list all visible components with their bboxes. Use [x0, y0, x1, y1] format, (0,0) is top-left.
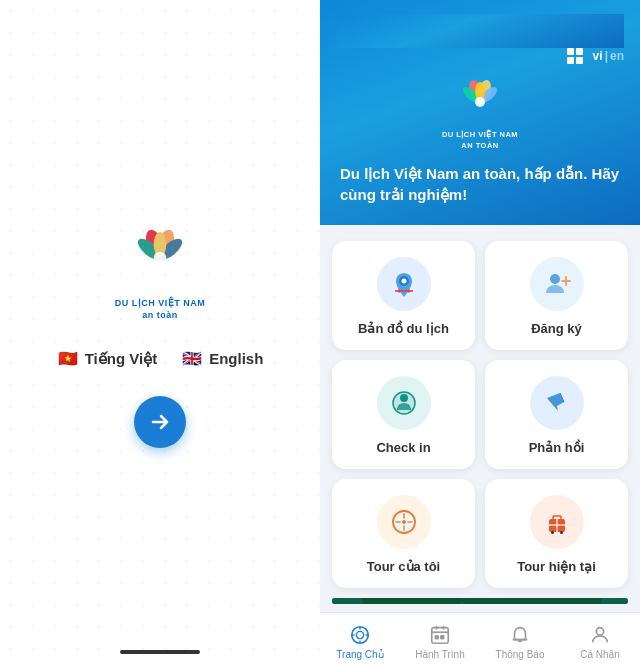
lang-vi-label: Tiếng Việt [85, 350, 157, 368]
island-silhouette [332, 598, 628, 604]
register-icon [542, 269, 572, 299]
svg-rect-33 [551, 531, 554, 534]
lang-switch[interactable]: vi | en [593, 49, 624, 63]
logo-flower-icon [124, 222, 196, 294]
home-nav-icon [349, 624, 371, 646]
lang-en-inactive: en [610, 49, 624, 63]
vn-flag-icon: 🇻🇳 [57, 351, 79, 366]
map-pin-icon [389, 269, 419, 299]
lang-option-vi[interactable]: 🇻🇳 Tiếng Việt [57, 350, 157, 368]
nav-thong-bao[interactable]: Thông Báo [480, 613, 560, 670]
lang-option-en[interactable]: 🇬🇧 English [181, 350, 263, 367]
menu-card-phan-hoi[interactable]: Phản hồi [485, 360, 628, 469]
home-indicator [120, 650, 200, 654]
grid-icon[interactable] [567, 48, 583, 64]
svg-rect-49 [435, 635, 438, 638]
arrow-right-icon [148, 410, 172, 434]
tour-cua-toi-icon-circle [377, 495, 431, 549]
bell-nav-icon [509, 624, 531, 646]
ban-do-label: Bản đồ du lịch [358, 321, 449, 336]
banner-strip [332, 598, 628, 604]
tour-hien-tai-label: Tour hiện tại [517, 559, 596, 574]
lang-vi-active: vi [593, 49, 603, 63]
svg-point-21 [400, 394, 408, 402]
nav-ca-nhan-label: Cá Nhân [580, 649, 619, 660]
compass-icon [389, 507, 419, 537]
left-panel: DU LỊCH VIỆT NAM an toàn 🇻🇳 Tiếng Việt 🇬… [0, 0, 320, 670]
dang-ky-icon-circle [530, 257, 584, 311]
continue-button[interactable] [134, 396, 186, 448]
user-icon [589, 624, 611, 646]
main-content: Bản đồ du lịch Đăng ký [320, 225, 640, 612]
nav-hanh-trinh-label: Hành Trình [415, 649, 464, 660]
check-in-icon-circle [377, 376, 431, 430]
menu-grid: Bản đồ du lịch Đăng ký [332, 241, 628, 588]
checkin-icon [389, 388, 419, 418]
nav-trang-chu-label: Trang Chủ [336, 649, 383, 660]
calendar-icon [429, 624, 451, 646]
header-tagline: Du lịch Việt Nam an toàn, hấp dẫn. Hãy c… [336, 163, 624, 205]
svg-rect-50 [441, 635, 444, 638]
svg-point-13 [401, 279, 406, 284]
left-logo-text: DU LỊCH VIỆT NAM an toàn [115, 298, 206, 321]
svg-point-52 [596, 627, 603, 634]
nav-thong-bao-label: Thông Báo [496, 649, 545, 660]
menu-card-ban-do[interactable]: Bản đồ du lịch [332, 241, 475, 350]
calendar-nav-icon [429, 624, 451, 646]
header-logo-text: DU LỊCH VIỆT NAM an toàn [442, 130, 518, 151]
header-flower-icon [452, 74, 508, 130]
menu-card-dang-ky[interactable]: Đăng ký [485, 241, 628, 350]
svg-point-24 [402, 520, 406, 524]
luggage-icon [542, 507, 572, 537]
ban-do-icon-circle [377, 257, 431, 311]
svg-point-5 [154, 252, 167, 265]
phan-hoi-label: Phản hồi [529, 440, 585, 455]
header-top-row: vi | en [336, 48, 624, 64]
svg-rect-45 [432, 627, 449, 643]
app-header: vi | en DU LỊCH VIỆT NAM an toàn Du lịch… [320, 0, 640, 225]
nav-ca-nhan[interactable]: Cá Nhân [560, 613, 640, 670]
nav-trang-chu[interactable]: Trang Chủ [320, 613, 400, 670]
user-nav-icon [589, 624, 611, 646]
left-logo: DU LỊCH VIỆT NAM an toàn [115, 222, 206, 321]
tour-cua-toi-label: Tour của tôi [367, 559, 440, 574]
language-options: 🇻🇳 Tiếng Việt 🇬🇧 English [57, 350, 264, 368]
svg-point-16 [550, 274, 560, 284]
phan-hoi-icon-circle [530, 376, 584, 430]
feedback-icon [542, 388, 572, 418]
menu-card-tour-hien-tai[interactable]: Tour hiện tại [485, 479, 628, 588]
svg-rect-34 [560, 531, 563, 534]
dang-ky-label: Đăng ký [531, 321, 582, 336]
world-map-bg [336, 14, 624, 48]
check-in-label: Check in [376, 440, 430, 455]
menu-card-check-in[interactable]: Check in [332, 360, 475, 469]
bell-icon [509, 624, 531, 646]
bottom-navigation: Trang Chủ Hành Trình [320, 612, 640, 670]
right-panel: vi | en DU LỊCH VIỆT NAM an toàn Du lịch… [320, 0, 640, 670]
header-logo: DU LỊCH VIỆT NAM an toàn [336, 74, 624, 151]
menu-card-tour-cua-toi[interactable]: Tour của tôi [332, 479, 475, 588]
lang-en-label: English [209, 350, 263, 367]
svg-point-14 [397, 290, 400, 293]
tour-hien-tai-icon-circle [530, 495, 584, 549]
svg-point-11 [475, 97, 485, 107]
svg-point-15 [407, 290, 410, 293]
uk-flag-icon: 🇬🇧 [181, 351, 203, 366]
home-icon [349, 624, 371, 646]
left-content: DU LỊCH VIỆT NAM an toàn 🇻🇳 Tiếng Việt 🇬… [57, 222, 264, 447]
nav-hanh-trinh[interactable]: Hành Trình [400, 613, 480, 670]
